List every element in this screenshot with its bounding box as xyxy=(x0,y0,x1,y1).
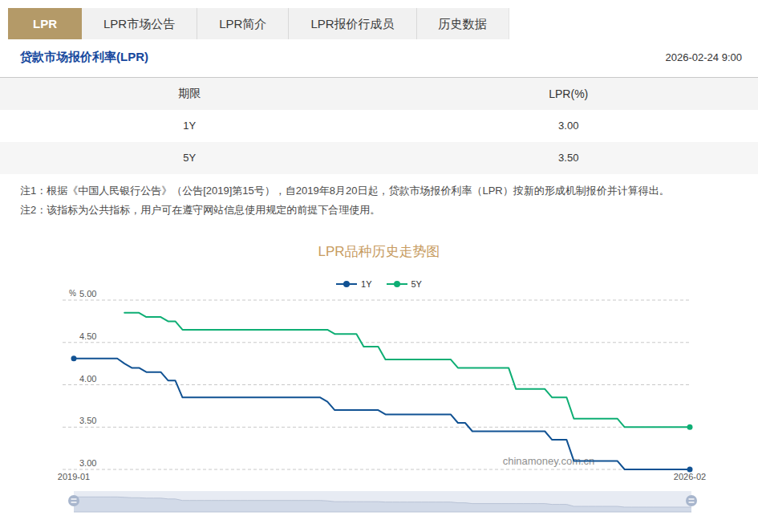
series-1y-end-dot xyxy=(687,467,693,473)
page-title: 贷款市场报价利率(LPR) xyxy=(20,50,148,65)
series-5y-end-dot xyxy=(687,424,693,430)
svg-text:4.00: 4.00 xyxy=(79,374,96,384)
y-axis-unit: % xyxy=(69,289,76,298)
table-header-row: 期限 LPR(%) xyxy=(0,78,758,110)
series-1y-start-dot xyxy=(71,355,77,361)
legend-item-5y[interactable]: 5Y xyxy=(387,279,422,289)
slider-handle-left[interactable] xyxy=(68,495,79,506)
tab-lpr[interactable]: LPR xyxy=(8,8,82,39)
svg-text:3.50: 3.50 xyxy=(79,416,96,425)
datazoom-slider[interactable] xyxy=(68,491,697,512)
x-axis-labels: 2019-012026-02 xyxy=(58,472,706,481)
tab-lpr-intro[interactable]: LPR简介 xyxy=(197,8,289,39)
svg-text:2026-02: 2026-02 xyxy=(674,472,706,481)
legend-item-1y[interactable]: 1Y xyxy=(336,279,371,289)
page-header: 贷款市场报价利率(LPR) 2026-02-24 9:00 xyxy=(20,50,742,65)
series-5y-line xyxy=(124,313,692,430)
column-header-lpr: LPR(%) xyxy=(379,78,758,110)
term-cell: 1Y xyxy=(0,110,379,142)
note-2: 注2：该指标为公共指标，用户可在遵守网站信息使用规定的前提下合理使用。 xyxy=(20,201,742,220)
tab-historical-data[interactable]: 历史数据 xyxy=(417,8,509,39)
rate-cell: 3.00 xyxy=(379,110,758,142)
chart-title: LPR品种历史走势图 xyxy=(0,242,758,261)
term-cell: 5Y xyxy=(0,142,379,174)
table-row: 1Y 3.00 xyxy=(0,110,758,142)
footnotes: 注1：根据《中国人民银行公告》（公告[2019]第15号），自2019年8月20… xyxy=(20,181,742,220)
table-row: 5Y 3.50 xyxy=(0,142,758,174)
svg-text:4.50: 4.50 xyxy=(79,331,96,341)
series-1y-line xyxy=(71,355,693,472)
legend-label: 1Y xyxy=(361,279,371,289)
tab-lpr-market-notice[interactable]: LPR市场公告 xyxy=(82,8,197,39)
lpr-history-chart[interactable]: %5.004.504.003.503.002019-012026-02china… xyxy=(0,289,758,532)
lpr-page: { "tabs": [ { "label": "LPR", "active": … xyxy=(0,0,758,532)
svg-text:2019-01: 2019-01 xyxy=(58,472,90,481)
svg-text:3.00: 3.00 xyxy=(79,458,96,468)
top-tabbar: LPR LPR市场公告 LPR简介 LPR报价行成员 历史数据 xyxy=(8,8,509,39)
y-axis-labels: %5.004.504.003.503.00 xyxy=(69,289,96,468)
rate-cell: 3.50 xyxy=(379,142,758,174)
tab-lpr-panel-members[interactable]: LPR报价行成员 xyxy=(289,8,416,39)
legend-marker-icon xyxy=(336,280,357,288)
legend-label: 5Y xyxy=(411,279,422,289)
slider-handle-right[interactable] xyxy=(686,495,697,506)
note-1: 注1：根据《中国人民银行公告》（公告[2019]第15号），自2019年8月20… xyxy=(20,181,742,201)
lpr-rate-table: 期限 LPR(%) 1Y 3.00 5Y 3.50 xyxy=(0,77,758,174)
chart-gridlines xyxy=(63,300,691,469)
legend-marker-icon xyxy=(387,280,407,288)
quote-datetime: 2026-02-24 9:00 xyxy=(666,51,742,63)
svg-text:5.00: 5.00 xyxy=(79,289,96,298)
column-header-term: 期限 xyxy=(0,78,379,110)
chart-legend: 1Y5Y xyxy=(0,279,758,289)
